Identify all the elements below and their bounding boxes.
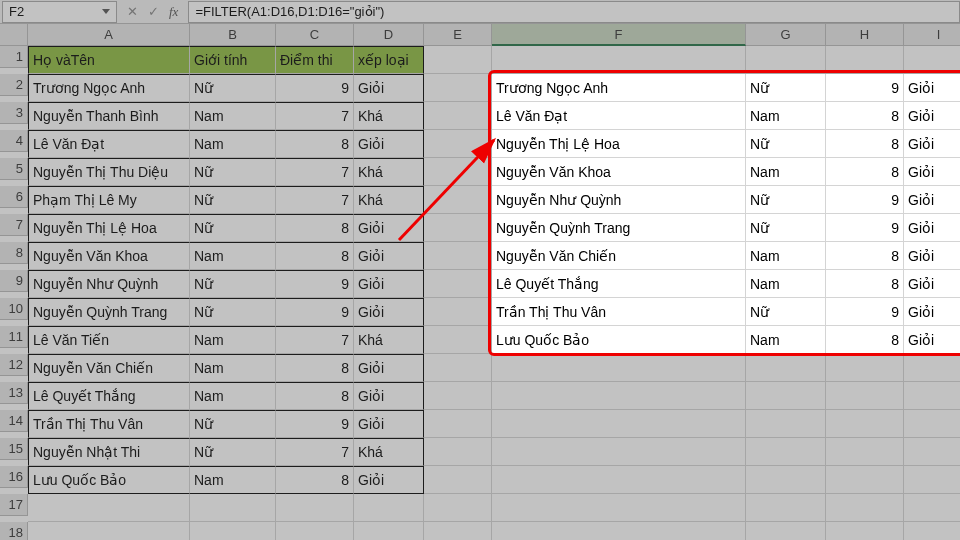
cell-C14[interactable]: 9	[276, 410, 354, 438]
col-head-A[interactable]: A	[28, 24, 190, 46]
cell-E16[interactable]	[424, 466, 492, 494]
fx-icon[interactable]: fx	[169, 4, 178, 20]
row-head-17[interactable]: 17	[0, 494, 28, 516]
cell-H2[interactable]: 9	[826, 74, 904, 102]
cell-H15[interactable]	[826, 438, 904, 466]
cell-D4[interactable]: Giỏi	[354, 130, 424, 158]
cell-F6[interactable]: Nguyễn Như Quỳnh	[492, 186, 746, 214]
cell-F8[interactable]: Nguyễn Văn Chiến	[492, 242, 746, 270]
cell-F10[interactable]: Trần Thị Thu Vân	[492, 298, 746, 326]
cell-H14[interactable]	[826, 410, 904, 438]
cell-E6[interactable]	[424, 186, 492, 214]
cell-I13[interactable]	[904, 382, 960, 410]
cell-C13[interactable]: 8	[276, 382, 354, 410]
row-head-16[interactable]: 16	[0, 466, 28, 488]
cell-F1[interactable]	[492, 46, 746, 74]
row-head-3[interactable]: 3	[0, 102, 28, 124]
row-head-7[interactable]: 7	[0, 214, 28, 236]
cell-D1[interactable]: xếp loại	[354, 46, 424, 74]
cell-C5[interactable]: 7	[276, 158, 354, 186]
row-head-12[interactable]: 12	[0, 354, 28, 376]
row-head-5[interactable]: 5	[0, 158, 28, 180]
cell-B5[interactable]: Nữ	[190, 158, 276, 186]
cell-E1[interactable]	[424, 46, 492, 74]
cell-G4[interactable]: Nữ	[746, 130, 826, 158]
cell-I4[interactable]: Giỏi	[904, 130, 960, 158]
cell-E9[interactable]	[424, 270, 492, 298]
cell-H3[interactable]: 8	[826, 102, 904, 130]
cell-D3[interactable]: Khá	[354, 102, 424, 130]
cell-I10[interactable]: Giỏi	[904, 298, 960, 326]
cell-D12[interactable]: Giỏi	[354, 354, 424, 382]
col-head-H[interactable]: H	[826, 24, 904, 46]
cell-C2[interactable]: 9	[276, 74, 354, 102]
cell-C17[interactable]	[276, 494, 354, 522]
row-head-8[interactable]: 8	[0, 242, 28, 264]
cell-D13[interactable]: Giỏi	[354, 382, 424, 410]
cell-H4[interactable]: 8	[826, 130, 904, 158]
cell-G11[interactable]: Nam	[746, 326, 826, 354]
cell-A9[interactable]: Nguyễn Như Quỳnh	[28, 270, 190, 298]
cell-G2[interactable]: Nữ	[746, 74, 826, 102]
cell-B17[interactable]	[190, 494, 276, 522]
cell-G18[interactable]	[746, 522, 826, 540]
cell-H16[interactable]	[826, 466, 904, 494]
cell-E7[interactable]	[424, 214, 492, 242]
cell-I12[interactable]	[904, 354, 960, 382]
col-head-D[interactable]: D	[354, 24, 424, 46]
row-head-18[interactable]: 18	[0, 522, 28, 540]
cell-F17[interactable]	[492, 494, 746, 522]
cell-I9[interactable]: Giỏi	[904, 270, 960, 298]
cell-F7[interactable]: Nguyễn Quỳnh Trang	[492, 214, 746, 242]
cell-C11[interactable]: 7	[276, 326, 354, 354]
cell-B12[interactable]: Nam	[190, 354, 276, 382]
cell-B11[interactable]: Nam	[190, 326, 276, 354]
cell-E3[interactable]	[424, 102, 492, 130]
cell-F9[interactable]: Lê Quyết Thắng	[492, 270, 746, 298]
cell-G6[interactable]: Nữ	[746, 186, 826, 214]
cell-I14[interactable]	[904, 410, 960, 438]
cell-A4[interactable]: Lê Văn Đạt	[28, 130, 190, 158]
cell-G8[interactable]: Nam	[746, 242, 826, 270]
cell-F5[interactable]: Nguyễn Văn Khoa	[492, 158, 746, 186]
cell-D14[interactable]: Giỏi	[354, 410, 424, 438]
cell-E4[interactable]	[424, 130, 492, 158]
cell-G12[interactable]	[746, 354, 826, 382]
cell-E11[interactable]	[424, 326, 492, 354]
col-head-C[interactable]: C	[276, 24, 354, 46]
row-head-1[interactable]: 1	[0, 46, 28, 68]
cell-G15[interactable]	[746, 438, 826, 466]
cell-D6[interactable]: Khá	[354, 186, 424, 214]
cell-B15[interactable]: Nữ	[190, 438, 276, 466]
cell-C9[interactable]: 9	[276, 270, 354, 298]
cell-I5[interactable]: Giỏi	[904, 158, 960, 186]
cell-C8[interactable]: 8	[276, 242, 354, 270]
cell-I7[interactable]: Giỏi	[904, 214, 960, 242]
cell-F2[interactable]: Trương Ngọc Anh	[492, 74, 746, 102]
cell-I16[interactable]	[904, 466, 960, 494]
cell-F4[interactable]: Nguyễn Thị Lệ Hoa	[492, 130, 746, 158]
cell-A6[interactable]: Phạm Thị Lê My	[28, 186, 190, 214]
col-head-F[interactable]: F	[492, 24, 746, 46]
cell-E18[interactable]	[424, 522, 492, 540]
row-head-2[interactable]: 2	[0, 74, 28, 96]
cell-H9[interactable]: 8	[826, 270, 904, 298]
cell-H7[interactable]: 9	[826, 214, 904, 242]
cell-H6[interactable]: 9	[826, 186, 904, 214]
row-head-11[interactable]: 11	[0, 326, 28, 348]
cell-A8[interactable]: Nguyễn Văn Khoa	[28, 242, 190, 270]
row-head-6[interactable]: 6	[0, 186, 28, 208]
cell-I3[interactable]: Giỏi	[904, 102, 960, 130]
cell-D18[interactable]	[354, 522, 424, 540]
cell-A11[interactable]: Lê Văn Tiến	[28, 326, 190, 354]
formula-bar[interactable]: =FILTER(A1:D16,D1:D16="giỏi")	[188, 1, 960, 23]
cell-A17[interactable]	[28, 494, 190, 522]
cell-E15[interactable]	[424, 438, 492, 466]
cell-E8[interactable]	[424, 242, 492, 270]
cell-A16[interactable]: Lưu Quốc Bảo	[28, 466, 190, 494]
row-head-9[interactable]: 9	[0, 270, 28, 292]
cell-C18[interactable]	[276, 522, 354, 540]
col-head-E[interactable]: E	[424, 24, 492, 46]
cell-H11[interactable]: 8	[826, 326, 904, 354]
cell-C4[interactable]: 8	[276, 130, 354, 158]
